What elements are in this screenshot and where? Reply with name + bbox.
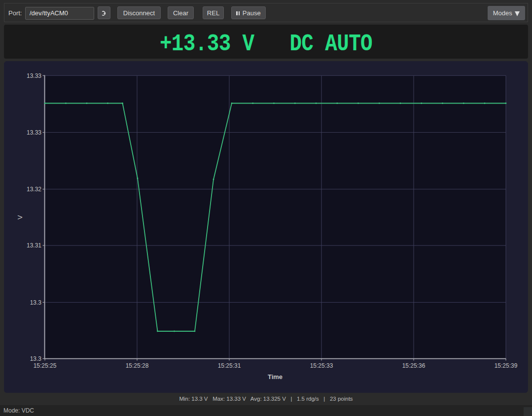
svg-text:15:25:39: 15:25:39 [495, 362, 518, 369]
svg-text:15:25:36: 15:25:36 [402, 362, 426, 369]
svg-text:13.31: 13.31 [27, 242, 41, 249]
svg-text:13.33: 13.33 [27, 129, 41, 136]
svg-text:13.3: 13.3 [30, 355, 42, 362]
svg-text:15:25:31: 15:25:31 [218, 362, 241, 369]
svg-text:15:25:28: 15:25:28 [126, 362, 149, 369]
svg-text:13.32: 13.32 [27, 186, 41, 193]
svg-text:V: V [16, 215, 24, 219]
svg-text:Time: Time [268, 373, 283, 381]
svg-text:15:25:25: 15:25:25 [34, 362, 57, 369]
svg-text:13.3: 13.3 [30, 299, 42, 306]
svg-text:13.33: 13.33 [27, 72, 41, 79]
svg-text:15:25:33: 15:25:33 [310, 362, 333, 369]
